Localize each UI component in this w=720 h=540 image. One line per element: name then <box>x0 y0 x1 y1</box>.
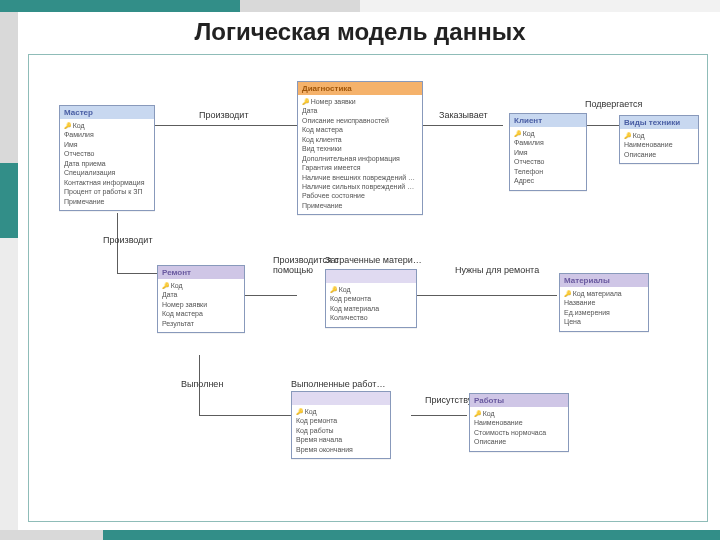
field: Название <box>564 298 644 307</box>
field: Наличие внешних повреждений на корпусе <box>302 173 418 182</box>
field: Вид техники <box>302 144 418 153</box>
field: Примечание <box>302 201 418 210</box>
field: Адрес <box>514 176 582 185</box>
entity-title: Работы <box>470 394 568 407</box>
field: Цена <box>564 317 644 326</box>
connector <box>149 125 299 126</box>
entity-device-types: Виды техники Код Наименование Описание <box>619 115 699 164</box>
field: Код клиента <box>302 135 418 144</box>
entity-repair: Ремонт Код Дата Номер заявки Код мастера… <box>157 265 245 333</box>
entity-works: Работы Код Наименование Стоимость нормоч… <box>469 393 569 452</box>
field: Контактная информация <box>64 178 150 187</box>
field: Код мастера <box>302 125 418 134</box>
field: Телефон <box>514 167 582 176</box>
field: Код <box>162 281 240 290</box>
field: Фамилия <box>514 138 582 147</box>
connector <box>411 415 467 416</box>
field: Код <box>330 285 412 294</box>
field: Рабочее состояние <box>302 191 418 200</box>
field: Примечание <box>64 197 150 206</box>
field: Имя <box>514 148 582 157</box>
field: Код <box>624 131 694 140</box>
field: Количество <box>330 313 412 322</box>
rel-label-spent: Затраченные матери… <box>325 255 422 265</box>
field: Гарантия имеется <box>302 163 418 172</box>
connector <box>415 295 557 296</box>
field: Наименование <box>474 418 564 427</box>
field: Дата <box>162 290 240 299</box>
page-title: Логическая модель данных <box>0 18 720 46</box>
field: Имя <box>64 140 150 149</box>
rel-label-subject: Подвергается <box>585 99 642 109</box>
field: Описание неисправностей <box>302 116 418 125</box>
field: Наименование <box>624 140 694 149</box>
connector <box>199 415 297 416</box>
field: Отчество <box>64 149 150 158</box>
slide: Логическая модель данных Производит Зака… <box>0 0 720 540</box>
entity-master: Мастер Код Фамилия Имя Отчество Дата при… <box>59 105 155 211</box>
field: Номер заявки <box>302 97 418 106</box>
rel-label-done: Выполнен <box>181 379 223 389</box>
rel-label-produces-2: Производит <box>103 235 153 245</box>
entity-spent-materials: Код Код ремонта Код материала Количество <box>325 269 417 328</box>
bottom-accent <box>0 530 720 540</box>
field: Время окончания <box>296 445 386 454</box>
top-accent <box>0 0 720 12</box>
field: Код мастера <box>162 309 240 318</box>
entity-title: Материалы <box>560 274 648 287</box>
field: Описание <box>624 150 694 159</box>
field: Стоимость нормочаса <box>474 428 564 437</box>
field: Наличие сильных повреждений на корпусе <box>302 182 418 191</box>
field: Дата <box>302 106 418 115</box>
entity-title <box>292 392 390 405</box>
field: Дополнительная информация <box>302 154 418 163</box>
field: Описание <box>474 437 564 446</box>
field: Код ремонта <box>296 416 386 425</box>
entity-title: Диагностика <box>298 82 422 95</box>
field: Дата приема <box>64 159 150 168</box>
field: Код материала <box>330 304 412 313</box>
field: Отчество <box>514 157 582 166</box>
rel-label-needed: Нужны для ремонта <box>455 265 539 275</box>
rel-label-orders: Заказывает <box>439 110 488 120</box>
connector <box>117 273 157 274</box>
field: Код <box>514 129 582 138</box>
rel-label-produces-1: Производит <box>199 110 249 120</box>
field: Номер заявки <box>162 300 240 309</box>
entity-title <box>326 270 416 283</box>
entity-diagnostics: Диагностика Номер заявки Дата Описание н… <box>297 81 423 215</box>
entity-title: Клиент <box>510 114 586 127</box>
field: Код материала <box>564 289 644 298</box>
entity-title: Виды техники <box>620 116 698 129</box>
entity-works-done: Код Код ремонта Код работы Время начала … <box>291 391 391 459</box>
side-accent <box>0 12 18 540</box>
field: Специализация <box>64 168 150 177</box>
field: Код <box>296 407 386 416</box>
field: Код ремонта <box>330 294 412 303</box>
entity-materials: Материалы Код материала Название Ед.изме… <box>559 273 649 332</box>
field: Процент от работы к ЗП <box>64 187 150 196</box>
field: Код <box>64 121 150 130</box>
field: Время начала <box>296 435 386 444</box>
entity-client: Клиент Код Фамилия Имя Отчество Телефон … <box>509 113 587 191</box>
field: Ед.измерения <box>564 308 644 317</box>
field: Результат <box>162 319 240 328</box>
field: Код <box>474 409 564 418</box>
connector <box>243 295 297 296</box>
rel-label-works-done: Выполненные работ… <box>291 379 385 389</box>
field: Код работы <box>296 426 386 435</box>
field: Фамилия <box>64 130 150 139</box>
entity-title: Ремонт <box>158 266 244 279</box>
connector <box>581 125 621 126</box>
diagram-canvas: Производит Заказывает Подвергается Произ… <box>28 54 708 522</box>
entity-title: Мастер <box>60 106 154 119</box>
